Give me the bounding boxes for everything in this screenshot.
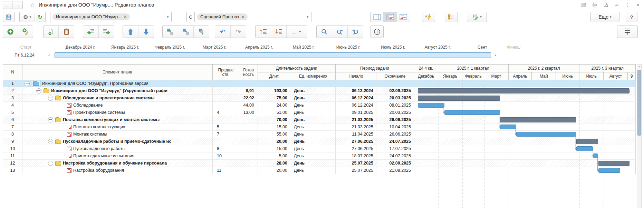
table-row[interactable]: 10Пусконаладочные работы815,00День27.06.… xyxy=(3,145,636,152)
col-header-end[interactable]: Окончание xyxy=(376,72,414,80)
table-row[interactable]: 5Проектирование системы413,0051,00День09… xyxy=(3,109,636,116)
link-predecessor-button[interactable] xyxy=(163,26,178,38)
gantt-quarter-header[interactable]: 24 4 кв. xyxy=(414,65,438,72)
task-bar[interactable] xyxy=(500,125,517,129)
redo-button[interactable]: ↷ xyxy=(231,26,246,38)
table-menu-button[interactable]: ▾ xyxy=(617,26,638,38)
summary-bar[interactable] xyxy=(500,117,577,122)
task-bar[interactable] xyxy=(444,110,500,115)
more-button[interactable]: Еще▾ xyxy=(590,12,619,22)
task-bar[interactable] xyxy=(418,103,444,108)
undo-button[interactable]: ↶ xyxy=(215,26,231,38)
gantt-month-header[interactable]: Май xyxy=(532,72,556,80)
gantt-quarter-header[interactable]: 2025 г. 2 квартал xyxy=(509,65,580,72)
plan-dropdown-button[interactable]: ▾ xyxy=(164,12,171,22)
copy-button[interactable] xyxy=(44,26,59,38)
view-table-gantt-button[interactable] xyxy=(384,12,397,22)
table-row[interactable]: 2Инжиниринг для ООО "Изумруд" (Укрупненн… xyxy=(3,87,636,95)
paste-button[interactable] xyxy=(59,26,74,38)
table-row[interactable]: 13Настройка оборудования1120,00День25.07… xyxy=(3,167,636,174)
col-header-duration-group[interactable]: Длительность задачи xyxy=(258,65,336,72)
structure-button[interactable] xyxy=(445,12,458,22)
col-header-predecessor[interactable]: Предшеств. xyxy=(213,65,239,80)
gantt-month-header[interactable]: Июль xyxy=(579,72,604,80)
collapse-expander-icon[interactable] xyxy=(48,117,53,122)
quick-fill-button[interactable] xyxy=(422,12,435,22)
collapse-expander-icon[interactable] xyxy=(36,88,41,93)
add-button[interactable] xyxy=(3,26,18,38)
save-button[interactable] xyxy=(3,12,15,22)
gantt-month-header[interactable]: Март xyxy=(484,72,508,80)
table-row[interactable]: 12Настройка оборудования и обучение перс… xyxy=(3,160,636,167)
col-header-duration[interactable]: Длит. xyxy=(258,72,291,80)
remove-chip-icon[interactable]: ✕ xyxy=(124,14,127,19)
task-bar[interactable] xyxy=(598,168,620,173)
scenario-combo[interactable]: Сценарий Прогноз✕ ▾ xyxy=(195,12,311,22)
table-row[interactable]: 3Обследование и проектирование системы22… xyxy=(3,95,636,102)
add-edit-button[interactable] xyxy=(18,26,33,38)
col-header-unit[interactable]: Ед. измерения xyxy=(291,72,336,80)
move-down-button[interactable] xyxy=(138,26,154,38)
table-row[interactable]: 4Обследование44,0024,00День06.12.202408.… xyxy=(3,102,636,109)
summary-bar[interactable] xyxy=(418,96,500,101)
timeline-scroll-left-icon[interactable]: ‹ xyxy=(48,52,50,58)
collapse-expander-icon[interactable] xyxy=(48,161,53,166)
print-preview-icon[interactable] xyxy=(602,1,609,8)
col-header-period-group[interactable]: Период задачи xyxy=(336,65,414,72)
scale-down-button[interactable] xyxy=(348,26,363,38)
gantt-month-header[interactable]: Февраль xyxy=(462,72,484,80)
gantt-month-header[interactable]: Декабрь xyxy=(414,72,438,80)
gantt-month-header[interactable]: Январь xyxy=(438,72,462,80)
col-header-num[interactable]: N xyxy=(3,65,22,80)
task-bar[interactable] xyxy=(593,153,598,158)
scrollbar-thumb[interactable] xyxy=(637,70,641,136)
col-header-start[interactable]: Начало xyxy=(336,72,376,80)
timeline-scroll-right-icon[interactable]: › xyxy=(494,52,496,58)
task-bar[interactable] xyxy=(516,132,576,137)
table-row[interactable]: 6Поставка комплектующих и монтаж системы… xyxy=(3,116,636,123)
save-window-icon[interactable] xyxy=(580,1,587,8)
favorite-star-icon[interactable]: ☆ xyxy=(30,1,35,9)
expand-level-up-button[interactable] xyxy=(256,26,271,38)
view-gantt-button[interactable] xyxy=(397,12,410,22)
remove-chip-icon[interactable]: ✕ xyxy=(241,14,244,19)
link-add-button[interactable] xyxy=(194,26,209,38)
scenario-chip[interactable]: Сценарий Прогноз✕ xyxy=(197,13,248,20)
table-row[interactable]: 7Поставка комплектующих515,00День21.03.2… xyxy=(3,123,636,131)
view-table-button[interactable] xyxy=(371,12,384,22)
gantt-month-header[interactable]: Август xyxy=(604,72,628,80)
info-button[interactable] xyxy=(371,26,384,38)
scenario-dropdown-button[interactable]: ▾ xyxy=(304,12,311,22)
gantt-quarter-header[interactable]: 2025 г. 1 квартал xyxy=(438,65,508,72)
help-button[interactable]: ? xyxy=(626,12,637,22)
get-link-icon[interactable] xyxy=(613,1,620,8)
gantt-month-header[interactable]: 9 xyxy=(628,72,636,80)
summary-bar[interactable] xyxy=(598,161,629,166)
back-button[interactable]: ← xyxy=(3,1,13,9)
table-row[interactable]: 11Приемо-сдаточные испытания105,00День18… xyxy=(3,152,636,160)
gantt-month-header[interactable]: Июнь xyxy=(556,72,579,80)
col-header-name[interactable]: Элемент плана xyxy=(22,65,213,80)
summary-bar[interactable] xyxy=(576,139,598,144)
close-window-icon[interactable]: × xyxy=(635,1,642,8)
gantt-quarter-header[interactable]: 2025 г. 3 квартал xyxy=(579,65,636,72)
timeline-range-slider[interactable] xyxy=(55,52,491,58)
forward-button[interactable]: → xyxy=(13,1,22,9)
scale-up-button[interactable] xyxy=(332,26,348,38)
scroll-up-icon[interactable]: ▲ xyxy=(637,65,641,68)
more-window-actions-icon[interactable]: ⋮ xyxy=(624,1,631,8)
refresh-button[interactable]: ↻ xyxy=(35,12,45,22)
move-up-button[interactable] xyxy=(123,26,138,38)
search-button[interactable] xyxy=(317,26,332,38)
outdent-button[interactable] xyxy=(83,26,99,38)
settings-gear-button[interactable]: ⚙▾ xyxy=(20,12,35,22)
print-icon[interactable] xyxy=(591,1,598,8)
col-header-readiness[interactable]: Готовность xyxy=(239,65,258,80)
table-row[interactable]: 1Инжиниринг для ООО "Изумруд", Прогнозна… xyxy=(3,80,636,87)
expand-level-down-button[interactable] xyxy=(271,26,287,38)
link-successor-button[interactable] xyxy=(178,26,194,38)
collapse-expander-icon[interactable] xyxy=(25,81,30,86)
collapse-expander-icon[interactable] xyxy=(48,96,53,101)
plan-combo[interactable]: Инжиниринг для ООО "Изумр...✕ ▾ xyxy=(50,12,172,22)
vertical-scrollbar[interactable]: ▲ xyxy=(637,64,642,208)
